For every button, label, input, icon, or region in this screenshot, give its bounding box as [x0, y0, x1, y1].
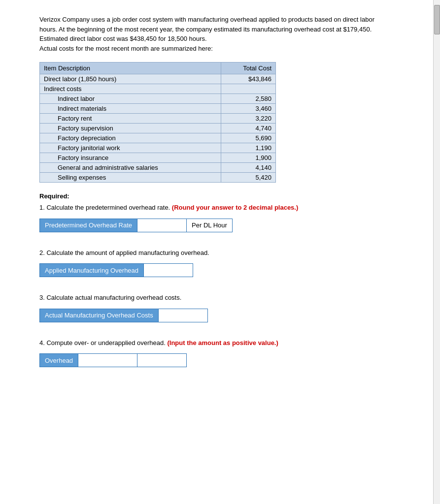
col1-header: Item Description	[40, 63, 221, 74]
q4-note: (Input the amount as positive value.)	[167, 339, 278, 346]
q4-answer-row: Overhead	[39, 353, 410, 367]
table-row-description: Direct labor (1,850 hours)	[40, 74, 221, 84]
q3-text: 3. Calculate actual manufacturing overhe…	[39, 294, 181, 301]
cost-table: Item Description Total Cost Direct labor…	[39, 62, 276, 183]
q3-label: Actual Manufacturing Overhead Costs	[39, 309, 159, 322]
table-row-cost: 3,460	[221, 104, 276, 114]
q2-question: 2. Calculate the amount of applied manuf…	[39, 248, 410, 258]
table-row: Factory supervision4,740	[40, 124, 276, 133]
q2-text: 2. Calculate the amount of applied manuf…	[39, 249, 209, 256]
q3-input[interactable]	[159, 309, 208, 322]
q2-answer-row: Applied Manufacturing Overhead	[39, 263, 410, 277]
intro-paragraph: Verizox Company uses a job order cost sy…	[39, 15, 410, 53]
required-header: Required:	[39, 192, 410, 200]
table-row-cost: 1,190	[221, 143, 276, 153]
q1-answer-row: Predetermined Overhead Rate Per DL Hour	[39, 219, 410, 232]
table-row: Indirect materials3,460	[40, 104, 276, 114]
table-row-description: Selling expenses	[40, 173, 221, 183]
q4-question: 4. Compute over- or underapplied overhea…	[39, 338, 410, 348]
table-row-description: Factory insurance	[40, 153, 221, 163]
q1-label: Predetermined Overhead Rate	[39, 219, 137, 232]
q3-question: 3. Calculate actual manufacturing overhe…	[39, 293, 410, 303]
table-row-cost: 2,580	[221, 94, 276, 104]
q4-input2[interactable]	[137, 353, 187, 367]
q3-section: 3. Calculate actual manufacturing overhe…	[39, 293, 410, 322]
q1-note: (Round your answer to 2 decimal places.)	[172, 204, 298, 211]
q2-input[interactable]	[144, 263, 193, 277]
table-row-cost: 5,420	[221, 173, 276, 183]
table-row: Selling expenses5,420	[40, 173, 276, 183]
table-row-cost: 3,220	[221, 114, 276, 124]
table-row: Factory janitorial work1,190	[40, 143, 276, 153]
table-row-cost: 4,140	[221, 163, 276, 173]
scrollbar-thumb[interactable]	[434, 5, 440, 34]
table-row: Indirect labor2,580	[40, 94, 276, 104]
table-row-cost: 1,900	[221, 153, 276, 163]
q1-input[interactable]	[137, 219, 187, 232]
intro-line3: Estimated direct labor cost was $438,450…	[39, 34, 410, 44]
table-row-description: Factory supervision	[40, 124, 221, 133]
table-row: Factory depreciation5,690	[40, 133, 276, 143]
table-row-cost: 5,690	[221, 133, 276, 143]
required-section: Required: 1. Calculate the predetermined…	[39, 192, 410, 232]
table-row-description: Indirect costs	[40, 84, 221, 94]
table-row: Direct labor (1,850 hours)$43,846	[40, 74, 276, 84]
q4-label: Overhead	[39, 353, 78, 367]
q4-text: 4. Compute over- or underapplied overhea…	[39, 339, 166, 346]
q2-label: Applied Manufacturing Overhead	[39, 263, 144, 277]
table-row-description: Factory depreciation	[40, 133, 221, 143]
q4-input1[interactable]	[78, 353, 137, 367]
intro-line2: hours. At the beginning of the most rece…	[39, 25, 410, 34]
table-row: Indirect costs	[40, 84, 276, 94]
table-row: General and administrative salaries4,140	[40, 163, 276, 173]
intro-line1: Verizox Company uses a job order cost sy…	[39, 15, 410, 25]
intro-line4: Actual costs for the most recent month a…	[39, 44, 410, 54]
table-row-cost	[221, 84, 276, 94]
scrollbar[interactable]	[433, 0, 440, 504]
col2-header: Total Cost	[221, 63, 276, 74]
q4-section: 4. Compute over- or underapplied overhea…	[39, 338, 410, 368]
table-row-description: Factory janitorial work	[40, 143, 221, 153]
table-row-cost: $43,846	[221, 74, 276, 84]
q1-text: 1. Calculate the predetermined overhead …	[39, 204, 170, 211]
q2-section: 2. Calculate the amount of applied manuf…	[39, 248, 410, 278]
table-row-description: General and administrative salaries	[40, 163, 221, 173]
table-row-description: Indirect labor	[40, 94, 221, 104]
q1-question: 1. Calculate the predetermined overhead …	[39, 203, 410, 213]
table-row-description: Factory rent	[40, 114, 221, 124]
table-row: Factory insurance1,900	[40, 153, 276, 163]
q1-unit: Per DL Hour	[187, 219, 233, 232]
table-row: Factory rent3,220	[40, 114, 276, 124]
table-row-description: Indirect materials	[40, 104, 221, 114]
q3-answer-row: Actual Manufacturing Overhead Costs	[39, 309, 410, 322]
table-row-cost: 4,740	[221, 124, 276, 133]
